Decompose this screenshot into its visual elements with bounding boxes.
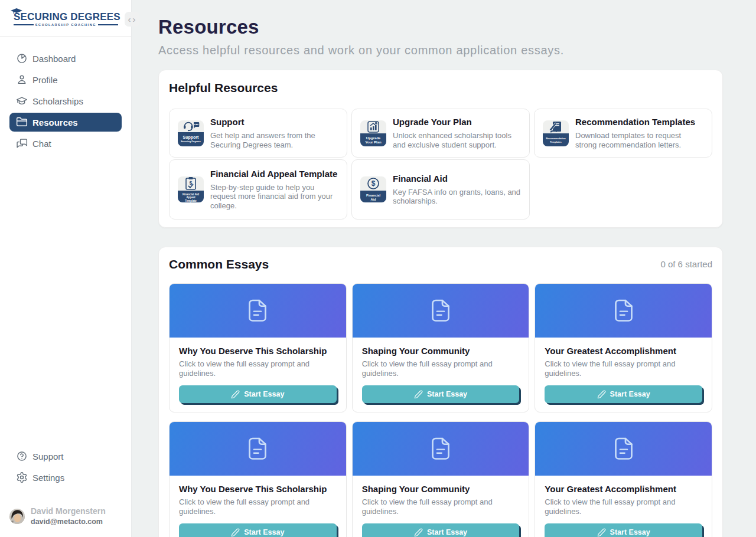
svg-text:$: $ [189,180,192,186]
svg-text:$: $ [372,179,376,188]
